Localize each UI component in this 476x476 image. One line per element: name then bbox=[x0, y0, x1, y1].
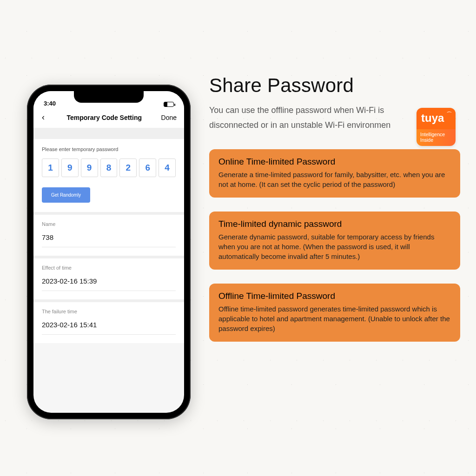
tuya-tagline-l1: Intelligence bbox=[420, 132, 445, 137]
phone-notch bbox=[74, 91, 144, 103]
failure-time-value[interactable]: 2023-02-16 15:41 bbox=[42, 319, 176, 331]
code-digit[interactable]: 6 bbox=[139, 159, 156, 177]
phone-screen: 3:40 ‹ Temporary Code Setting Done Pleas… bbox=[33, 91, 184, 413]
feature-card: Online Time-limited Password Generate a … bbox=[209, 149, 460, 198]
phone-frame: 3:40 ‹ Temporary Code Setting Done Pleas… bbox=[27, 85, 191, 419]
password-section: Please enter temporary password 1 9 9 8 … bbox=[33, 139, 184, 212]
code-digit[interactable]: 4 bbox=[159, 159, 176, 177]
description: You can use the offline password when Wi… bbox=[209, 103, 395, 132]
status-time: 3:40 bbox=[44, 100, 56, 107]
name-label: Name bbox=[42, 221, 176, 227]
nav-bar: ‹ Temporary Code Setting Done bbox=[33, 108, 184, 128]
back-button[interactable]: ‹ bbox=[39, 112, 47, 122]
failure-time-block: The failure time 2023-02-16 15:41 bbox=[33, 299, 184, 343]
page-title: Temporary Code Setting bbox=[66, 114, 142, 121]
failure-time-label: The failure time bbox=[42, 309, 176, 314]
feature-card: Offline Time-limited Password Offline ti… bbox=[209, 284, 460, 342]
code-digit[interactable]: 9 bbox=[81, 159, 98, 177]
feature-card: Time-limited dynamic password Generate d… bbox=[209, 212, 460, 270]
card-title: Offline Time-limited Password bbox=[218, 291, 451, 301]
effect-time-block: Effect of time 2023-02-16 15:39 bbox=[33, 256, 184, 299]
code-digit[interactable]: 1 bbox=[42, 159, 59, 177]
tuya-tagline-l2: Inside bbox=[420, 137, 433, 143]
card-body: Generate dynamic password, suitable for … bbox=[218, 232, 451, 261]
code-digit[interactable]: 9 bbox=[61, 159, 79, 177]
info-panel: Share Password You can use the offline p… bbox=[209, 74, 460, 342]
headline: Share Password bbox=[209, 74, 460, 97]
get-randomly-button[interactable]: Get Randomly bbox=[42, 187, 90, 203]
done-button[interactable]: Done bbox=[161, 114, 177, 121]
tuya-brand: tuya bbox=[421, 112, 444, 124]
code-input-row: 1 9 9 8 2 6 4 bbox=[42, 159, 176, 177]
card-title: Online Time-limited Password bbox=[218, 157, 451, 167]
card-body: Offline time-limited password generates … bbox=[218, 304, 451, 333]
name-field-block: Name 738 bbox=[33, 212, 184, 256]
effect-time-label: Effect of time bbox=[42, 265, 176, 271]
card-body: Generate a time-limited password for fam… bbox=[218, 170, 451, 189]
feature-cards: Online Time-limited Password Generate a … bbox=[209, 149, 460, 342]
effect-time-value[interactable]: 2023-02-16 15:39 bbox=[42, 275, 176, 288]
battery-icon bbox=[164, 102, 174, 107]
code-digit[interactable]: 2 bbox=[119, 159, 137, 177]
card-title: Time-limited dynamic password bbox=[218, 219, 451, 229]
wifi-icon: ⌒ bbox=[447, 111, 452, 118]
tuya-badge: tuya ⌒ Intelligence Inside bbox=[416, 108, 456, 146]
divider bbox=[33, 128, 184, 139]
code-digit[interactable]: 8 bbox=[100, 159, 118, 177]
enter-password-prompt: Please enter temporary password bbox=[42, 146, 176, 152]
name-value[interactable]: 738 bbox=[42, 231, 176, 244]
